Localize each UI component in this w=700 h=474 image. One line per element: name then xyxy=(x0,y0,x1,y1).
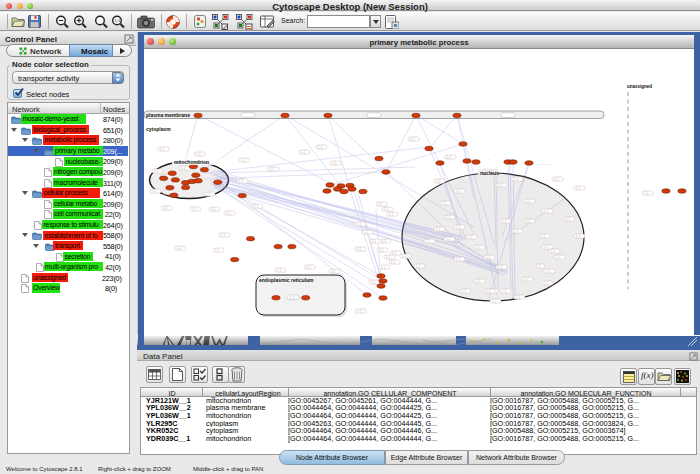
svg-text:[...]: [...] xyxy=(372,239,376,243)
svg-text:[...]: [...] xyxy=(456,225,460,229)
svg-text:[...]: [...] xyxy=(277,268,281,272)
svg-text:[...]: [...] xyxy=(192,207,196,211)
svg-text:[...]: [...] xyxy=(554,177,558,181)
svg-text:[...]: [...] xyxy=(526,219,530,223)
svg-text:[...]: [...] xyxy=(215,248,219,252)
svg-text:[...]: [...] xyxy=(416,264,420,268)
svg-text:[...]: [...] xyxy=(332,161,336,165)
svg-text:[...]: [...] xyxy=(241,158,245,162)
svg-text:[...]: [...] xyxy=(270,167,274,171)
svg-text:[...]: [...] xyxy=(364,230,368,234)
svg-text:[...]: [...] xyxy=(226,211,230,215)
svg-text:[...]: [...] xyxy=(154,169,158,173)
svg-text:[...]: [...] xyxy=(644,191,648,195)
svg-text:[...]: [...] xyxy=(551,249,555,253)
svg-text:[...]: [...] xyxy=(541,234,545,238)
svg-text:[...]: [...] xyxy=(378,202,382,206)
svg-text:[...]: [...] xyxy=(402,254,406,258)
svg-text:[...]: [...] xyxy=(379,248,383,252)
svg-text:mitochondrion: mitochondrion xyxy=(174,159,209,165)
svg-text:[...]: [...] xyxy=(206,192,210,196)
svg-text:[...]: [...] xyxy=(526,199,530,203)
svg-text:[...]: [...] xyxy=(306,265,310,269)
svg-text:[...]: [...] xyxy=(357,247,361,251)
svg-text:[...]: [...] xyxy=(331,269,335,273)
svg-text:[...]: [...] xyxy=(181,166,185,170)
svg-text:[...]: [...] xyxy=(486,289,490,293)
svg-text:[...]: [...] xyxy=(318,145,322,149)
svg-text:[...]: [...] xyxy=(254,204,258,208)
svg-text:[...]: [...] xyxy=(516,295,520,299)
svg-text:[...]: [...] xyxy=(371,280,375,284)
svg-text:[...]: [...] xyxy=(426,239,430,243)
svg-text:[...]: [...] xyxy=(576,186,580,190)
svg-text:[...]: [...] xyxy=(391,260,395,264)
svg-text:[...]: [...] xyxy=(498,265,502,269)
svg-text:[...]: [...] xyxy=(239,179,243,183)
svg-text:[...]: [...] xyxy=(436,227,440,231)
svg-text:[...]: [...] xyxy=(290,296,294,300)
svg-text:[...]: [...] xyxy=(163,206,167,210)
svg-text:[...]: [...] xyxy=(468,235,472,239)
svg-text:[...]: [...] xyxy=(389,212,393,216)
svg-text:[...]: [...] xyxy=(498,183,502,187)
svg-text:[...]: [...] xyxy=(544,245,548,249)
svg-text:[...]: [...] xyxy=(436,179,440,183)
svg-text:[...]: [...] xyxy=(410,137,414,141)
svg-text:[...]: [...] xyxy=(544,209,548,213)
svg-text:[...]: [...] xyxy=(462,289,466,293)
svg-text:[...]: [...] xyxy=(446,237,450,241)
svg-text:cytoplasm: cytoplasm xyxy=(146,126,171,132)
svg-text:[...]: [...] xyxy=(546,269,550,273)
svg-text:[...]: [...] xyxy=(196,152,200,156)
svg-text:[...]: [...] xyxy=(486,255,490,259)
svg-text:[...]: [...] xyxy=(566,217,570,221)
svg-text:[...]: [...] xyxy=(221,233,225,237)
svg-text:[...]: [...] xyxy=(576,234,580,238)
svg-text:[...]: [...] xyxy=(476,245,480,249)
svg-text:[...]: [...] xyxy=(384,207,388,211)
svg-text:[...]: [...] xyxy=(446,215,450,219)
svg-text:plasma membrane: plasma membrane xyxy=(146,112,190,118)
svg-text:1:1: 1:1 xyxy=(114,18,120,23)
svg-text:[...]: [...] xyxy=(357,309,361,313)
svg-text:[...]: [...] xyxy=(152,189,156,193)
svg-text:[...]: [...] xyxy=(357,222,361,226)
svg-text:[...]: [...] xyxy=(492,299,496,303)
svg-text:[...]: [...] xyxy=(476,279,480,283)
svg-text:.... ... ......... .......: .... ... ......... ....... xyxy=(532,162,554,166)
svg-text:... ...: ... ... xyxy=(444,156,450,160)
svg-text:[...]: [...] xyxy=(502,219,506,223)
svg-text:.....: ..... xyxy=(486,157,490,161)
svg-text:[...]: [...] xyxy=(442,201,446,205)
svg-text:[...]: [...] xyxy=(456,257,460,261)
svg-text:[...]: [...] xyxy=(211,207,215,211)
svg-text:[...]: [...] xyxy=(502,289,506,293)
svg-text:[...]: [...] xyxy=(165,190,169,194)
svg-text:nucleus: nucleus xyxy=(480,170,499,176)
svg-text:[...]: [...] xyxy=(536,264,540,268)
svg-text:unassigned: unassigned xyxy=(627,84,652,89)
svg-text:[...]: [...] xyxy=(177,246,181,250)
svg-text:[...]: [...] xyxy=(514,177,518,181)
svg-text:[...]: [...] xyxy=(514,229,518,233)
svg-text:endoplasmic reticulum: endoplasmic reticulum xyxy=(259,277,314,283)
svg-text:[...]: [...] xyxy=(382,239,386,243)
svg-text:[...]: [...] xyxy=(301,150,305,154)
svg-text:[...]: [...] xyxy=(160,147,164,151)
svg-text:[...]: [...] xyxy=(524,277,528,281)
svg-text:[...]: [...] xyxy=(381,265,385,269)
svg-text:[...]: [...] xyxy=(456,189,460,193)
svg-text:[...]: [...] xyxy=(386,255,390,259)
svg-text:[...]: [...] xyxy=(544,281,548,285)
svg-text:[...]: [...] xyxy=(556,255,560,259)
